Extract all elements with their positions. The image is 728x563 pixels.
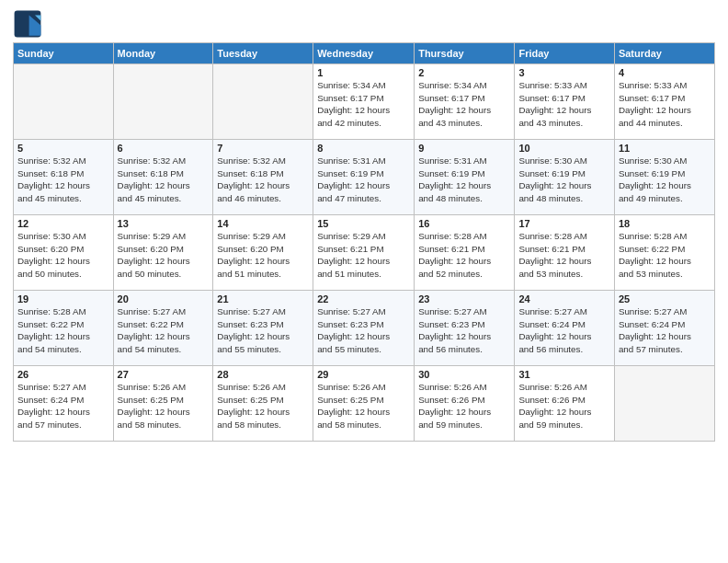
day-info: Sunrise: 5:34 AMSunset: 6:17 PMDaylight:…: [317, 79, 410, 130]
calendar-header-saturday: Saturday: [614, 43, 714, 64]
day-number: 13: [118, 218, 210, 229]
calendar-week-4: 19Sunrise: 5:28 AMSunset: 6:22 PMDayligh…: [14, 291, 715, 366]
calendar-header-friday: Friday: [515, 43, 614, 64]
calendar-cell: 12Sunrise: 5:30 AMSunset: 6:20 PMDayligh…: [14, 215, 114, 291]
calendar-cell: 15Sunrise: 5:29 AMSunset: 6:21 PMDayligh…: [313, 215, 415, 291]
calendar-cell: 2Sunrise: 5:34 AMSunset: 6:17 PMDaylight…: [415, 64, 515, 140]
day-info: Sunrise: 5:34 AMSunset: 6:17 PMDaylight:…: [418, 79, 510, 130]
calendar-cell: 6Sunrise: 5:32 AMSunset: 6:18 PMDaylight…: [113, 140, 213, 215]
day-number: 29: [317, 369, 410, 380]
day-number: 8: [317, 143, 410, 154]
header: [13, 9, 715, 39]
day-number: 26: [17, 369, 109, 380]
day-number: 25: [619, 293, 711, 304]
day-number: 14: [217, 218, 309, 229]
calendar-cell: 5Sunrise: 5:32 AMSunset: 6:18 PMDaylight…: [14, 140, 114, 215]
day-info: Sunrise: 5:30 AMSunset: 6:20 PMDaylight:…: [17, 230, 109, 281]
day-info: Sunrise: 5:27 AMSunset: 6:23 PMDaylight:…: [217, 305, 309, 356]
calendar-cell: 4Sunrise: 5:33 AMSunset: 6:17 PMDaylight…: [614, 64, 714, 140]
day-info: Sunrise: 5:32 AMSunset: 6:18 PMDaylight:…: [217, 155, 309, 205]
day-number: 31: [518, 369, 609, 380]
calendar-cell: 14Sunrise: 5:29 AMSunset: 6:20 PMDayligh…: [213, 215, 313, 291]
calendar-cell: [614, 366, 714, 442]
day-info: Sunrise: 5:33 AMSunset: 6:17 PMDaylight:…: [518, 79, 609, 130]
day-number: 4: [619, 67, 711, 78]
calendar-cell: 23Sunrise: 5:27 AMSunset: 6:23 PMDayligh…: [415, 291, 515, 366]
calendar-cell: 18Sunrise: 5:28 AMSunset: 6:22 PMDayligh…: [614, 215, 714, 291]
day-info: Sunrise: 5:27 AMSunset: 6:24 PMDaylight:…: [518, 305, 609, 356]
day-number: 7: [217, 143, 309, 154]
day-info: Sunrise: 5:29 AMSunset: 6:20 PMDaylight:…: [118, 230, 210, 281]
day-info: Sunrise: 5:33 AMSunset: 6:17 PMDaylight:…: [619, 79, 711, 130]
day-number: 18: [619, 218, 711, 229]
calendar-cell: 10Sunrise: 5:30 AMSunset: 6:19 PMDayligh…: [515, 140, 614, 215]
day-info: Sunrise: 5:30 AMSunset: 6:19 PMDaylight:…: [518, 155, 609, 205]
day-number: 11: [619, 143, 711, 154]
day-number: 9: [418, 143, 510, 154]
day-number: 30: [418, 369, 510, 380]
calendar-cell: 7Sunrise: 5:32 AMSunset: 6:18 PMDaylight…: [213, 140, 313, 215]
calendar-header-thursday: Thursday: [415, 43, 515, 64]
day-number: 10: [518, 143, 609, 154]
day-info: Sunrise: 5:27 AMSunset: 6:24 PMDaylight:…: [619, 305, 711, 356]
calendar-cell: 26Sunrise: 5:27 AMSunset: 6:24 PMDayligh…: [14, 366, 114, 442]
calendar-cell: 3Sunrise: 5:33 AMSunset: 6:17 PMDaylight…: [515, 64, 614, 140]
calendar-cell: 9Sunrise: 5:31 AMSunset: 6:19 PMDaylight…: [415, 140, 515, 215]
calendar-cell: 24Sunrise: 5:27 AMSunset: 6:24 PMDayligh…: [515, 291, 614, 366]
day-number: 23: [418, 293, 510, 304]
calendar-cell: 22Sunrise: 5:27 AMSunset: 6:23 PMDayligh…: [313, 291, 415, 366]
calendar-week-1: 1Sunrise: 5:34 AMSunset: 6:17 PMDaylight…: [14, 64, 715, 140]
day-number: 27: [118, 369, 210, 380]
day-number: 12: [17, 218, 109, 229]
calendar-cell: 8Sunrise: 5:31 AMSunset: 6:19 PMDaylight…: [313, 140, 415, 215]
day-info: Sunrise: 5:26 AMSunset: 6:25 PMDaylight:…: [217, 381, 309, 431]
day-number: 19: [17, 293, 109, 304]
day-info: Sunrise: 5:30 AMSunset: 6:19 PMDaylight:…: [619, 155, 711, 205]
day-number: 21: [217, 293, 309, 304]
day-info: Sunrise: 5:31 AMSunset: 6:19 PMDaylight:…: [418, 155, 510, 205]
day-info: Sunrise: 5:28 AMSunset: 6:21 PMDaylight:…: [518, 230, 609, 281]
logo: [13, 9, 46, 39]
day-number: 24: [518, 293, 609, 304]
calendar-header-sunday: Sunday: [14, 43, 114, 64]
day-info: Sunrise: 5:26 AMSunset: 6:25 PMDaylight:…: [118, 381, 210, 431]
calendar-cell: 31Sunrise: 5:26 AMSunset: 6:26 PMDayligh…: [515, 366, 614, 442]
calendar-header-wednesday: Wednesday: [313, 43, 415, 64]
calendar-cell: [213, 64, 313, 140]
day-info: Sunrise: 5:28 AMSunset: 6:21 PMDaylight:…: [418, 230, 510, 281]
calendar-header-tuesday: Tuesday: [213, 43, 313, 64]
logo-icon: [13, 9, 42, 39]
calendar-week-3: 12Sunrise: 5:30 AMSunset: 6:20 PMDayligh…: [14, 215, 715, 291]
calendar-cell: 19Sunrise: 5:28 AMSunset: 6:22 PMDayligh…: [14, 291, 114, 366]
calendar-week-5: 26Sunrise: 5:27 AMSunset: 6:24 PMDayligh…: [14, 366, 715, 442]
day-number: 15: [317, 218, 410, 229]
calendar-cell: [113, 64, 213, 140]
day-info: Sunrise: 5:26 AMSunset: 6:26 PMDaylight:…: [518, 381, 609, 431]
day-number: 22: [317, 293, 410, 304]
day-info: Sunrise: 5:27 AMSunset: 6:22 PMDaylight:…: [118, 305, 210, 356]
calendar-cell: 28Sunrise: 5:26 AMSunset: 6:25 PMDayligh…: [213, 366, 313, 442]
calendar-cell: 17Sunrise: 5:28 AMSunset: 6:21 PMDayligh…: [515, 215, 614, 291]
day-number: 6: [118, 143, 210, 154]
day-info: Sunrise: 5:28 AMSunset: 6:22 PMDaylight:…: [619, 230, 711, 281]
day-info: Sunrise: 5:27 AMSunset: 6:23 PMDaylight:…: [418, 305, 510, 356]
calendar-header-row: SundayMondayTuesdayWednesdayThursdayFrid…: [14, 43, 715, 64]
calendar-cell: 13Sunrise: 5:29 AMSunset: 6:20 PMDayligh…: [113, 215, 213, 291]
calendar-cell: 20Sunrise: 5:27 AMSunset: 6:22 PMDayligh…: [113, 291, 213, 366]
day-number: 16: [418, 218, 510, 229]
calendar-cell: 21Sunrise: 5:27 AMSunset: 6:23 PMDayligh…: [213, 291, 313, 366]
calendar-cell: 27Sunrise: 5:26 AMSunset: 6:25 PMDayligh…: [113, 366, 213, 442]
day-info: Sunrise: 5:29 AMSunset: 6:21 PMDaylight:…: [317, 230, 410, 281]
day-info: Sunrise: 5:26 AMSunset: 6:26 PMDaylight:…: [418, 381, 510, 431]
calendar-cell: 1Sunrise: 5:34 AMSunset: 6:17 PMDaylight…: [313, 64, 415, 140]
calendar: SundayMondayTuesdayWednesdayThursdayFrid…: [13, 42, 715, 442]
day-info: Sunrise: 5:32 AMSunset: 6:18 PMDaylight:…: [17, 155, 109, 205]
day-number: 3: [518, 67, 609, 78]
day-number: 1: [317, 67, 410, 78]
day-info: Sunrise: 5:26 AMSunset: 6:25 PMDaylight:…: [317, 381, 410, 431]
calendar-cell: 29Sunrise: 5:26 AMSunset: 6:25 PMDayligh…: [313, 366, 415, 442]
calendar-cell: 25Sunrise: 5:27 AMSunset: 6:24 PMDayligh…: [614, 291, 714, 366]
calendar-cell: 30Sunrise: 5:26 AMSunset: 6:26 PMDayligh…: [415, 366, 515, 442]
day-info: Sunrise: 5:27 AMSunset: 6:24 PMDaylight:…: [17, 381, 109, 431]
calendar-header-monday: Monday: [113, 43, 213, 64]
